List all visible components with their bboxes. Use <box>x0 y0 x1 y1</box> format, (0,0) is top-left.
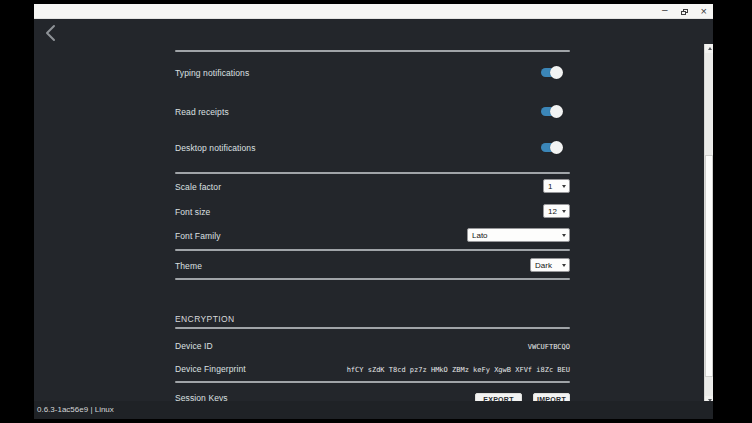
encryption-section-heading: ENCRYPTION <box>175 314 235 324</box>
toggle-knob <box>550 141 563 154</box>
toggle-knob <box>550 66 563 79</box>
app-version-text: 0.6.3-1ac56e9 | Linux <box>37 405 114 414</box>
status-bar: 0.6.3-1ac56e9 | Linux <box>34 401 713 419</box>
restore-icon[interactable] <box>681 4 688 19</box>
select-label-font-family: Font Family <box>175 231 221 241</box>
settings-page: Typing notifications Read receipts Deskt… <box>34 19 713 419</box>
selected-value: 1 <box>548 182 552 191</box>
divider <box>175 249 570 251</box>
chevron-down-icon <box>562 264 566 267</box>
toggle-label-read-receipts: Read receipts <box>175 107 229 117</box>
chevron-down-icon <box>562 210 566 213</box>
chevron-down-icon <box>562 185 566 188</box>
device-id-value: VWCUFTBCQO <box>528 343 570 351</box>
divider <box>175 278 570 280</box>
scrollbar-thumb[interactable] <box>705 155 713 377</box>
toggle-label-desktop-notifications: Desktop notifications <box>175 143 256 153</box>
divider <box>175 381 570 383</box>
select-label-scale-factor: Scale factor <box>175 182 221 192</box>
selected-value: Lato <box>472 231 488 240</box>
font-family-select[interactable]: Lato <box>467 228 570 242</box>
import-keys-button[interactable]: IMPORT <box>533 393 570 401</box>
selected-value: Dark <box>535 261 552 270</box>
device-fingerprint-value: hfCY sZdK T8cd pz7z HMkO ZBMz keFy XgwB … <box>347 366 570 374</box>
export-keys-button[interactable]: EXPORT <box>475 393 522 401</box>
theme-select[interactable]: Dark <box>530 258 570 272</box>
toggle-typing-notifications[interactable] <box>541 66 563 79</box>
divider <box>175 327 570 329</box>
minimize-icon[interactable]: – <box>662 2 668 17</box>
device-id-label: Device ID <box>175 341 213 351</box>
vertical-scrollbar[interactable] <box>704 44 713 405</box>
chevron-down-icon <box>562 234 566 237</box>
selected-value: 12 <box>548 207 557 216</box>
toggle-knob <box>550 105 563 118</box>
titlebar: – × <box>34 4 713 19</box>
font-size-select[interactable]: 12 <box>543 204 570 218</box>
app-window: – × Typing notifications Read recei <box>34 4 713 419</box>
settings-scroll-area: Typing notifications Read receipts Deskt… <box>34 19 704 401</box>
toggle-label-typing-notifications: Typing notifications <box>175 68 249 78</box>
scroll-up-icon[interactable] <box>705 44 713 53</box>
divider <box>175 172 570 174</box>
session-keys-label: Session Keys <box>175 393 228 401</box>
close-icon[interactable]: × <box>701 4 707 19</box>
scale-factor-select[interactable]: 1 <box>543 179 570 193</box>
divider <box>175 50 570 52</box>
select-label-font-size: Font size <box>175 207 210 217</box>
select-label-theme: Theme <box>175 261 202 271</box>
window-controls: – × <box>662 4 707 19</box>
device-fingerprint-label: Device Fingerprint <box>175 364 246 374</box>
toggle-read-receipts[interactable] <box>541 105 563 118</box>
settings-content: Typing notifications Read receipts Deskt… <box>175 19 570 401</box>
toggle-desktop-notifications[interactable] <box>541 141 563 154</box>
